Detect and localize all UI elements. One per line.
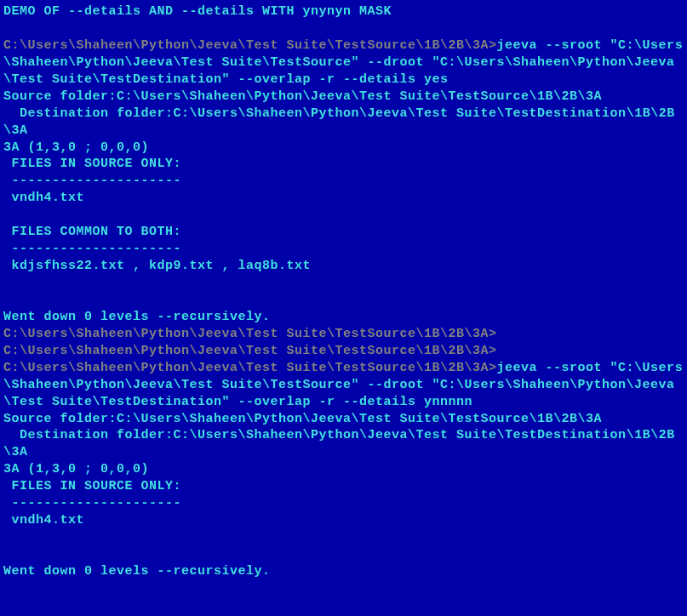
destination-folder-line: Destination folder:C:\Users\Shaheen\Pyth… (3, 428, 675, 459)
command-prompt: C:\Users\Shaheen\Python\Jeeva\Test Suite… (3, 327, 497, 341)
source-folder-line: Source folder:C:\Users\Shaheen\Python\Je… (3, 89, 602, 104)
command-prompt: C:\Users\Shaheen\Python\Jeeva\Test Suite… (3, 38, 497, 53)
recursion-status: Went down 0 levels --recursively. (3, 310, 271, 324)
files-source-only-header: FILES IN SOURCE ONLY: (3, 157, 181, 171)
stats-line: 3A (1,3,0 ; 0,0,0) (3, 462, 149, 476)
source-folder-line: Source folder:C:\Users\Shaheen\Python\Je… (3, 412, 602, 426)
demo-title: DEMO OF --details AND --details WITH yny… (3, 4, 392, 19)
divider-line: --------------------- (3, 242, 181, 256)
divider-line: --------------------- (3, 496, 181, 510)
files-source-only-header: FILES IN SOURCE ONLY: (3, 479, 181, 493)
terminal-output[interactable]: DEMO OF --details AND --details WITH yny… (3, 3, 684, 580)
stats-line: 3A (1,3,0 ; 0,0,0) (3, 140, 149, 155)
source-only-files: vndh4.txt (3, 191, 84, 205)
recursion-status: Went down 0 levels --recursively. (3, 564, 271, 579)
common-files: kdjsfhss22.txt , kdp9.txt , laq8b.txt (3, 259, 311, 273)
destination-folder-line: Destination folder:C:\Users\Shaheen\Pyth… (3, 106, 675, 138)
command-prompt: C:\Users\Shaheen\Python\Jeeva\Test Suite… (3, 344, 497, 358)
source-only-files: vndh4.txt (3, 513, 84, 528)
divider-line: --------------------- (3, 174, 181, 188)
files-common-header: FILES COMMON TO BOTH: (3, 225, 181, 239)
command-prompt: C:\Users\Shaheen\Python\Jeeva\Test Suite… (3, 361, 497, 375)
